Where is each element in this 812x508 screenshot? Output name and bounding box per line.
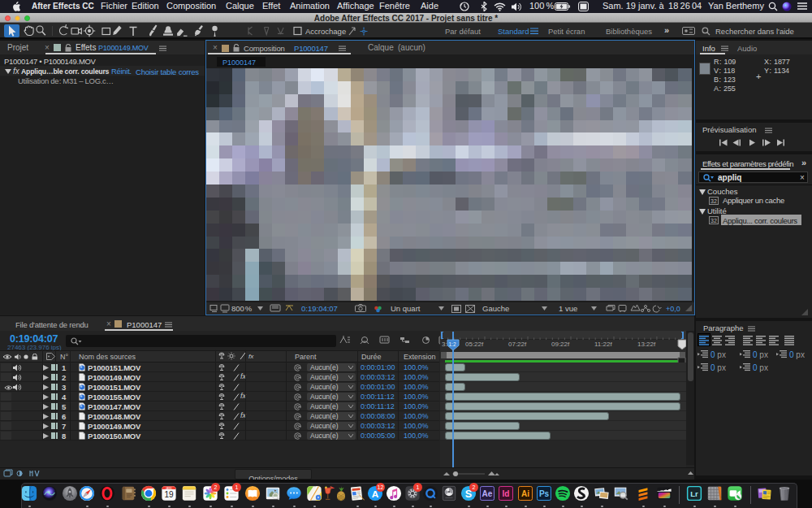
svg-text:fx: fx [248, 353, 254, 360]
svg-text:Ai: Ai [521, 489, 529, 498]
svg-text:19: 19 [164, 490, 174, 499]
svg-text:Id: Id [503, 489, 510, 498]
svg-text:Lr: Lr [690, 489, 698, 498]
svg-text:JANV.: JANV. [166, 487, 172, 490]
svg-text:1:2: 1:2 [449, 341, 456, 347]
svg-text:Ps: Ps [539, 489, 550, 498]
svg-text:Ae: Ae [482, 489, 493, 498]
